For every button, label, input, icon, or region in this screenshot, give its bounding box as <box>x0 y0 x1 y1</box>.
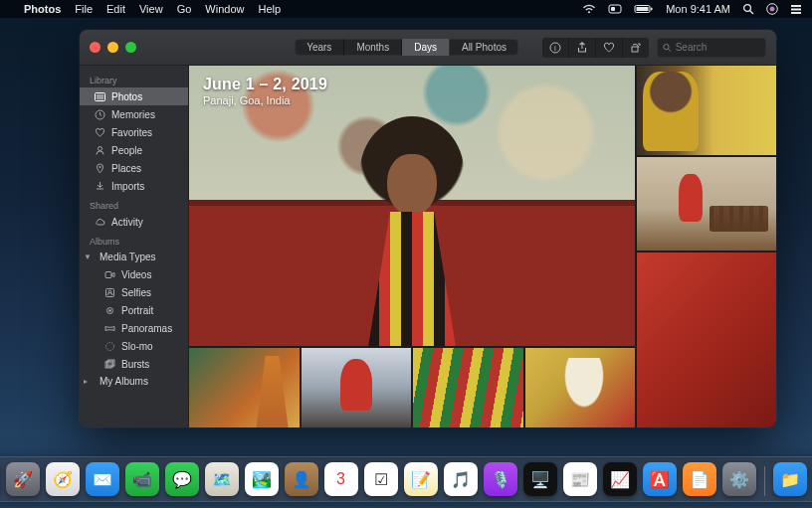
notifications-icon[interactable] <box>790 4 802 14</box>
dock-mail[interactable]: ✉️ <box>86 462 119 496</box>
dock-messages[interactable]: 💬 <box>165 462 199 496</box>
photo-tile[interactable] <box>413 348 523 427</box>
photo-tile[interactable] <box>525 348 636 427</box>
sidebar-item-bursts[interactable]: Bursts <box>80 355 188 373</box>
info-button[interactable]: i <box>542 38 568 58</box>
dock-separator <box>764 466 765 496</box>
date-range: June 1 – 2, 2019 <box>203 76 327 93</box>
battery-icon[interactable] <box>634 4 654 14</box>
dock-photos[interactable]: 🏞️ <box>245 462 279 496</box>
dock-calendar[interactable]: 3 <box>324 462 358 496</box>
photo-tile-hero[interactable]: June 1 – 2, 2019 Panaji, Goa, India <box>189 66 635 346</box>
siri-icon[interactable] <box>766 3 778 15</box>
svg-line-16 <box>668 49 670 51</box>
sidebar-item-label: Memories <box>111 109 155 120</box>
sidebar-header-library: Library <box>80 70 188 87</box>
sidebar-item-my-albums[interactable]: ▸My Albums <box>80 373 188 390</box>
search-field[interactable] <box>657 38 766 58</box>
minimize-button[interactable] <box>107 42 118 53</box>
sidebar-item-places[interactable]: Places <box>80 159 188 177</box>
tab-years[interactable]: Years <box>295 39 344 56</box>
menu-edit[interactable]: Edit <box>106 3 125 15</box>
sidebar-item-label: Photos <box>111 91 142 102</box>
cloud-icon <box>94 216 105 228</box>
dock-appstore[interactable]: 🅰️ <box>643 462 677 496</box>
sidebar-item-imports[interactable]: Imports <box>80 177 188 195</box>
dock-launchpad[interactable]: 🚀 <box>6 462 40 496</box>
dock-notes[interactable]: 📝 <box>404 462 438 496</box>
svg-rect-11 <box>791 12 801 14</box>
tab-months[interactable]: Months <box>344 39 402 56</box>
sidebar-item-selfies[interactable]: Selfies <box>80 283 188 301</box>
svg-point-20 <box>98 146 102 150</box>
dock-contacts[interactable]: 👤 <box>285 462 318 496</box>
search-input[interactable] <box>676 42 760 53</box>
photo-tile[interactable] <box>637 157 776 251</box>
dock-safari[interactable]: 🧭 <box>46 462 80 496</box>
close-button[interactable] <box>90 42 101 53</box>
sidebar-item-label: Media Types <box>100 252 156 262</box>
sidebar-item-memories[interactable]: Memories <box>80 105 188 123</box>
sidebar-item-activity[interactable]: Activity <box>80 213 188 231</box>
chevron-down-icon: ▼ <box>84 253 92 261</box>
photo-tile[interactable] <box>302 348 412 427</box>
clock[interactable]: Mon 9:41 AM <box>666 3 730 15</box>
control-center-icon[interactable] <box>608 4 622 14</box>
svg-point-21 <box>99 166 101 168</box>
dock-maps[interactable]: 🗺️ <box>205 462 239 496</box>
sidebar-item-portrait[interactable]: Portrait <box>80 301 188 319</box>
sidebar-item-favorites[interactable]: Favorites <box>80 123 188 141</box>
sidebar-item-photos[interactable]: Photos <box>80 87 188 105</box>
wifi-icon[interactable] <box>582 4 596 14</box>
dock-tv[interactable]: 🖥️ <box>523 462 557 496</box>
menu-help[interactable]: Help <box>258 3 281 15</box>
svg-rect-9 <box>791 5 801 7</box>
titlebar: Years Months Days All Photos i <box>80 30 776 66</box>
sidebar-item-slomo[interactable]: Slo-mo <box>80 337 188 355</box>
photo-grid: ••• June 1 – 2, 2019 Panaji, G <box>189 66 776 427</box>
heart-icon <box>94 126 105 138</box>
search-icon <box>663 43 672 53</box>
dock-news[interactable]: 📰 <box>563 462 597 496</box>
sidebar-item-panoramas[interactable]: Panoramas <box>80 319 188 337</box>
portrait-icon <box>103 304 115 316</box>
favorite-button[interactable] <box>596 38 622 58</box>
sidebar-item-label: Portrait <box>121 305 153 316</box>
spotlight-icon[interactable] <box>742 3 754 15</box>
sidebar-item-label: People <box>111 145 142 156</box>
dock-stocks[interactable]: 📈 <box>603 462 637 496</box>
sidebar-item-label: Imports <box>111 181 144 192</box>
dock-downloads[interactable]: 📁 <box>773 462 807 496</box>
menubar: Photos File Edit View Go Window Help Mon… <box>0 0 812 18</box>
dock-music[interactable]: 🎵 <box>444 462 478 496</box>
svg-point-26 <box>108 309 111 312</box>
dock-reminders[interactable]: ☑︎ <box>364 462 398 496</box>
view-tabs: Years Months Days All Photos <box>295 39 518 56</box>
panorama-icon <box>103 322 115 334</box>
rotate-button[interactable] <box>623 38 649 58</box>
sidebar-item-people[interactable]: People <box>80 141 188 159</box>
svg-text:i: i <box>554 44 556 53</box>
menu-window[interactable]: Window <box>205 3 244 15</box>
dock-facetime[interactable]: 📹 <box>125 462 159 496</box>
menu-file[interactable]: File <box>75 3 93 15</box>
toolbar-group: i <box>542 38 649 58</box>
tab-all-photos[interactable]: All Photos <box>450 39 518 56</box>
dock: 🙂🚀🧭✉️📹💬🗺️🏞️👤3☑︎📝🎵🎙️🖥️📰📈🅰️📄⚙️📁🗑️ <box>0 456 812 502</box>
dock-pages[interactable]: 📄 <box>683 462 716 496</box>
tab-days[interactable]: Days <box>402 39 450 56</box>
window-controls <box>90 42 136 53</box>
sidebar-item-videos[interactable]: Videos <box>80 265 188 283</box>
photo-tile[interactable] <box>637 253 776 427</box>
share-button[interactable] <box>569 38 595 58</box>
menu-go[interactable]: Go <box>177 3 192 15</box>
dock-settings[interactable]: ⚙️ <box>722 462 756 496</box>
menu-view[interactable]: View <box>139 3 163 15</box>
dock-podcasts[interactable]: 🎙️ <box>484 462 517 496</box>
photo-tile[interactable] <box>637 66 776 155</box>
sidebar-item-media-types[interactable]: ▼Media Types <box>80 249 188 265</box>
app-name[interactable]: Photos <box>24 3 61 15</box>
fullscreen-button[interactable] <box>125 42 136 53</box>
photo-tile[interactable] <box>189 348 300 427</box>
sidebar-item-label: Selfies <box>121 287 151 298</box>
